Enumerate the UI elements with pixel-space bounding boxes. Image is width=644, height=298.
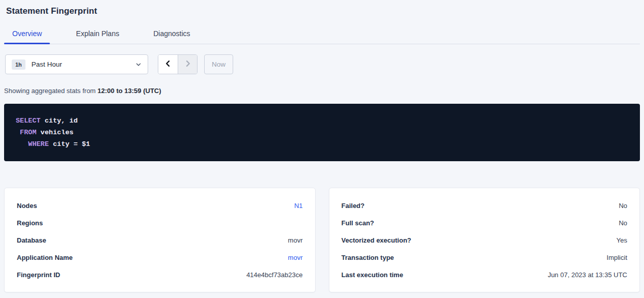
detail-value: No <box>619 219 627 227</box>
tab-overview[interactable]: Overview <box>4 27 50 44</box>
time-interval-badge: 1h <box>12 59 25 70</box>
sql-line: WHERE city = $1 <box>16 138 630 150</box>
sql-line: SELECT city, id <box>16 115 630 127</box>
detail-value: Yes <box>617 236 627 244</box>
time-interval-label: Past Hour <box>32 61 62 68</box>
previous-time-interval-button[interactable] <box>158 55 178 74</box>
detail-label: Last execution time <box>342 271 403 279</box>
page-title: Statement Fingerprint <box>6 6 640 16</box>
now-button[interactable]: Now <box>204 54 233 74</box>
time-step-button-group <box>158 54 198 74</box>
detail-row: Transaction typeImplicit <box>342 249 628 266</box>
detail-row: Failed?No <box>342 197 628 214</box>
detail-row: Vectorized execution?Yes <box>342 231 628 249</box>
statement-details-card: NodesN1RegionsDatabasemovrApplication Na… <box>4 188 316 292</box>
detail-row: Regions <box>17 214 303 231</box>
detail-value: Implicit <box>607 254 627 261</box>
sql-keyword: FROM <box>20 129 36 136</box>
detail-label: Regions <box>17 219 43 227</box>
tab-diagnostics[interactable]: Diagnostics <box>145 27 198 44</box>
sql-text <box>16 129 20 136</box>
detail-value: No <box>619 202 627 210</box>
sql-text: city, id <box>41 117 78 125</box>
stats-summary-range: 12:00 to 13:59 (UTC) <box>98 87 161 95</box>
sql-line: FROM vehicles <box>16 127 630 138</box>
sql-text: vehicles <box>37 129 74 136</box>
detail-label: Failed? <box>342 202 365 210</box>
tab-label: Overview <box>12 29 42 38</box>
detail-row: Application Namemovr <box>17 249 303 266</box>
detail-row: Full scan?No <box>342 214 628 231</box>
detail-value-link[interactable]: N1 <box>294 202 303 210</box>
detail-label: Application Name <box>17 254 73 261</box>
detail-value: Jun 07, 2023 at 13:35 UTC <box>548 271 627 279</box>
detail-label: Nodes <box>17 202 37 210</box>
sql-keyword: WHERE <box>28 140 49 148</box>
detail-label: Vectorized execution? <box>342 236 411 244</box>
time-interval-dropdown[interactable]: 1h Past Hour <box>5 54 148 74</box>
detail-row: NodesN1 <box>17 197 303 214</box>
details-cards-row: NodesN1RegionsDatabasemovrApplication Na… <box>4 188 640 292</box>
aggregated-stats-summary: Showing aggregated stats from 12:00 to 1… <box>4 87 640 95</box>
tab-label: Explain Plans <box>76 29 119 38</box>
detail-row: Databasemovr <box>17 231 303 249</box>
tab-bar: OverviewExplain PlansDiagnostics <box>4 27 640 44</box>
sql-statement-box: SELECT city, id FROM vehicles WHERE city… <box>4 104 640 161</box>
chevron-left-icon <box>164 60 172 69</box>
statement-fingerprint-page: Statement Fingerprint OverviewExplain Pl… <box>0 6 644 298</box>
sql-text: city = $1 <box>49 140 90 148</box>
detail-label: Database <box>17 236 46 244</box>
next-time-interval-button[interactable] <box>178 55 197 74</box>
detail-value: 414e4bcf73ab23ce <box>246 271 303 279</box>
chevron-down-icon <box>135 62 142 68</box>
sql-keyword: SELECT <box>16 117 41 125</box>
sql-text <box>16 140 28 148</box>
detail-row: Fingerprint ID414e4bcf73ab23ce <box>17 266 303 283</box>
time-toolbar: 1h Past Hour Now <box>4 54 640 74</box>
detail-label: Transaction type <box>342 254 394 261</box>
tab-explain-plans[interactable]: Explain Plans <box>68 27 127 44</box>
stats-summary-prefix: Showing aggregated stats from <box>4 87 96 95</box>
chevron-right-icon <box>184 60 191 69</box>
detail-label: Fingerprint ID <box>17 271 60 279</box>
detail-value: movr <box>288 236 303 244</box>
detail-row: Last execution timeJun 07, 2023 at 13:35… <box>342 266 628 283</box>
tab-label: Diagnostics <box>153 29 190 38</box>
detail-value-link[interactable]: movr <box>288 254 303 261</box>
detail-label: Full scan? <box>342 219 374 227</box>
execution-attributes-card: Failed?NoFull scan?NoVectorized executio… <box>329 188 640 292</box>
